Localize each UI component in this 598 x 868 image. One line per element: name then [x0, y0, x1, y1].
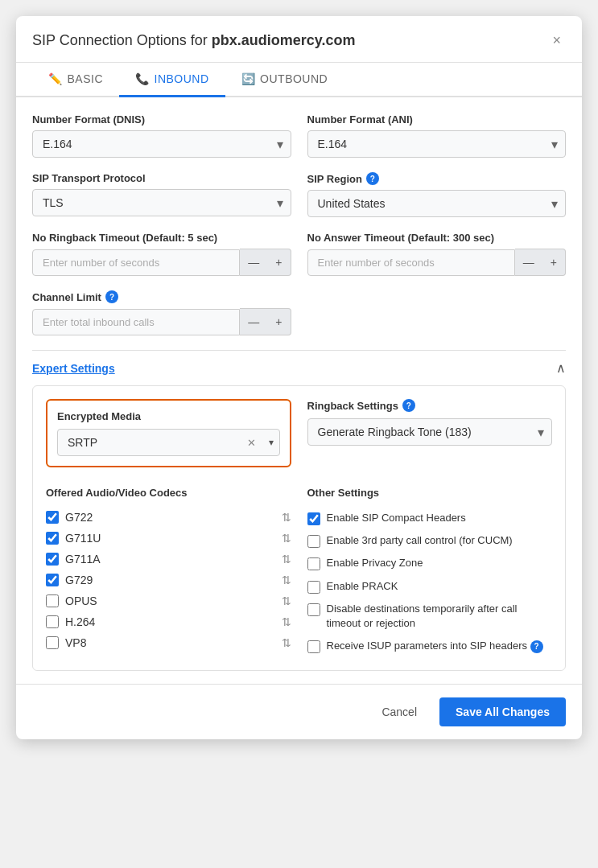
modal-header: SIP Connection Options for pbx.audiomerc… [16, 16, 582, 63]
phone-icon: 📞 [135, 72, 150, 85]
ringback-select[interactable]: Generate Ringback Tone (183) None 180 Ri… [307, 418, 553, 446]
ringback-settings-col: Ringback Settings ? Generate Ringback To… [307, 399, 553, 467]
other-isup-label: Receive ISUP parameters into SIP headers… [327, 639, 543, 653]
other-disable-dest-label: Disable destinations temporarily after c… [327, 602, 553, 631]
list-item: OPUS ⇅ [46, 590, 291, 611]
answer-timeout-increment[interactable]: + [542, 249, 566, 276]
ani-select[interactable]: E.164 E.164 National E.164 Without + [307, 130, 567, 158]
list-item: H.264 ⇅ [46, 611, 291, 632]
sip-connection-modal: SIP Connection Options for pbx.audiomerc… [16, 16, 582, 739]
codec-g711a-checkbox[interactable] [46, 553, 59, 566]
transport-label: SIP Transport Protocol [32, 172, 291, 184]
ani-label: Number Format (ANI) [307, 113, 567, 125]
answer-timeout-group: No Answer Timeout (Default: 300 sec) — + [307, 232, 567, 276]
encrypted-media-label: Encrypted Media [57, 410, 280, 422]
channel-limit-controls: — + [32, 308, 291, 335]
drag-handle-opus[interactable]: ⇅ [282, 594, 291, 607]
list-item: G722 ⇅ [46, 507, 291, 528]
channel-limit-label: Channel Limit ? [32, 290, 291, 303]
answer-timeout-label: No Answer Timeout (Default: 300 sec) [307, 232, 567, 244]
ringback-timeout-label: No Ringback Timeout (Default: 5 sec) [32, 232, 291, 244]
answer-timeout-decrement[interactable]: — [515, 249, 542, 276]
expert-top-row: Encrypted Media SRTP None SDES-SRTP ✕ ▾ [46, 399, 552, 467]
drag-handle-g711a[interactable]: ⇅ [282, 553, 291, 566]
encrypted-media-box: Encrypted Media SRTP None SDES-SRTP ✕ ▾ [46, 399, 291, 467]
isup-help-icon[interactable]: ? [530, 640, 543, 653]
other-3rdparty-checkbox[interactable] [307, 535, 320, 548]
codec-h264-name: H.264 [65, 615, 275, 628]
answer-timeout-input[interactable] [307, 249, 515, 276]
codec-g729-name: G729 [65, 574, 275, 586]
dnis-label: Number Format (DNIS) [32, 113, 291, 125]
tab-outbound[interactable]: 🔄 OUTBOUND [225, 63, 344, 97]
drag-handle-g711u[interactable]: ⇅ [282, 532, 291, 545]
drag-handle-h264[interactable]: ⇅ [282, 615, 291, 628]
ani-select-wrapper: E.164 E.164 National E.164 Without + ▾ [307, 130, 567, 158]
tab-bar: ✏️ BASIC 📞 INBOUND 🔄 OUTBOUND [16, 63, 582, 97]
list-item: G729 ⇅ [46, 570, 291, 590]
ringback-timeout-input[interactable] [32, 249, 240, 276]
ani-group: Number Format (ANI) E.164 E.164 National… [307, 113, 567, 158]
list-item: Enable 3rd party call control (for CUCM) [307, 529, 553, 552]
tab-basic[interactable]: ✏️ BASIC [32, 63, 119, 97]
other-disable-dest-checkbox[interactable] [307, 603, 320, 616]
drag-handle-g729[interactable]: ⇅ [282, 574, 291, 586]
ringback-timeout-decrement[interactable]: — [240, 249, 267, 276]
other-prack-label: Enable PRACK [327, 579, 398, 594]
channel-limit-decrement[interactable]: — [240, 308, 267, 335]
list-item: G711U ⇅ [46, 528, 291, 549]
ringback-timeout-controls: — + [32, 249, 291, 276]
ringback-timeout-increment[interactable]: + [267, 249, 291, 276]
channel-limit-spacer [307, 290, 567, 335]
codec-g729-checkbox[interactable] [46, 574, 59, 586]
expert-settings-content: Encrypted Media SRTP None SDES-SRTP ✕ ▾ [32, 385, 566, 671]
channel-limit-group: Channel Limit ? — + [32, 290, 291, 335]
ringback-settings-label: Ringback Settings ? [307, 399, 553, 412]
codecs-col: Offered Audio/Video Codecs G722 ⇅ G711U … [46, 477, 291, 653]
other-prack-checkbox[interactable] [307, 581, 320, 594]
region-help-icon[interactable]: ? [366, 172, 379, 185]
list-item: Receive ISUP parameters into SIP headers… [307, 635, 553, 657]
transport-select[interactable]: TLS TCP UDP [32, 189, 291, 216]
transport-select-wrapper: TLS TCP UDP ▾ [32, 189, 291, 216]
ringback-timeout-group: No Ringback Timeout (Default: 5 sec) — + [32, 232, 291, 276]
modal-footer: Cancel Save All Changes [16, 684, 582, 739]
list-item: Enable Privacy Zone [307, 552, 553, 574]
channel-limit-help-icon[interactable]: ? [105, 290, 118, 303]
tab-inbound[interactable]: 📞 INBOUND [119, 63, 225, 97]
codec-vp8-checkbox[interactable] [46, 636, 59, 649]
other-compact-headers-checkbox[interactable] [307, 512, 320, 525]
number-format-row: Number Format (DNIS) E.164 E.164 Nationa… [32, 113, 566, 158]
list-item: G711A ⇅ [46, 549, 291, 570]
codec-g711u-checkbox[interactable] [46, 532, 59, 545]
drag-handle-g722[interactable]: ⇅ [282, 511, 291, 524]
dnis-select-wrapper: E.164 E.164 National E.164 Without + ▾ [32, 130, 291, 158]
encrypted-media-clear-button[interactable]: ✕ [245, 435, 258, 450]
modal-body: Number Format (DNIS) E.164 E.164 Nationa… [16, 97, 582, 671]
other-isup-checkbox[interactable] [307, 640, 320, 653]
other-privacy-zone-label: Enable Privacy Zone [327, 556, 423, 570]
codec-g711u-name: G711U [65, 532, 275, 545]
cancel-button[interactable]: Cancel [369, 699, 430, 725]
expert-settings-toggle[interactable]: Expert Settings ∧ [32, 350, 566, 385]
ringback-help-icon[interactable]: ? [402, 399, 415, 412]
answer-timeout-controls: — + [307, 249, 567, 276]
dnis-select[interactable]: E.164 E.164 National E.164 Without + [32, 130, 291, 158]
region-group: SIP Region ? United States Europe Asia P… [307, 172, 567, 217]
channel-limit-row: Channel Limit ? — + [32, 290, 566, 335]
codec-g722-checkbox[interactable] [46, 511, 59, 524]
codec-h264-checkbox[interactable] [46, 615, 59, 628]
list-item: Disable destinations temporarily after c… [307, 598, 553, 635]
close-button[interactable]: × [547, 31, 566, 51]
drag-handle-vp8[interactable]: ⇅ [282, 636, 291, 649]
codec-opus-checkbox[interactable] [46, 594, 59, 607]
region-select[interactable]: United States Europe Asia Pacific [307, 190, 567, 217]
encrypted-media-select-wrapper: SRTP None SDES-SRTP ✕ ▾ [57, 429, 280, 456]
transport-group: SIP Transport Protocol TLS TCP UDP ▾ [32, 172, 291, 217]
codec-list: G722 ⇅ G711U ⇅ G711A ⇅ [46, 507, 291, 653]
save-button[interactable]: Save All Changes [439, 697, 566, 726]
other-privacy-zone-checkbox[interactable] [307, 557, 320, 570]
channel-limit-input[interactable] [32, 309, 240, 335]
channel-limit-increment[interactable]: + [267, 308, 291, 335]
list-item: Enable SIP Compact Headers [307, 507, 553, 529]
